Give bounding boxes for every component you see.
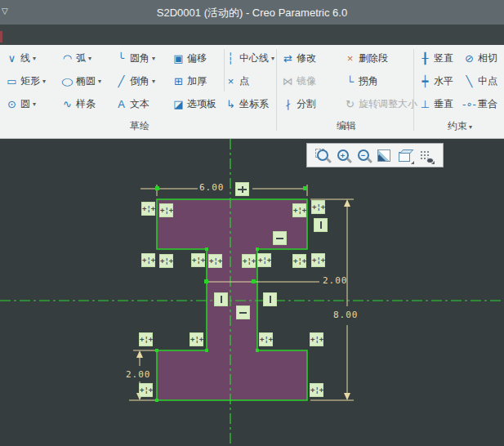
text-icon: A — [114, 98, 128, 110]
dropdown-arrow-icon[interactable]: ▾ — [98, 78, 101, 85]
ribbon-button-label: 拐角 — [359, 74, 378, 88]
ribbon-button-label: 圆 — [20, 97, 30, 111]
dropdown-arrow-icon[interactable]: ▾ — [152, 78, 155, 85]
csys-icon: ↳ — [224, 98, 238, 110]
constraint-badge-sym[interactable]: +¦+ — [257, 253, 271, 267]
dropdown-arrow-icon[interactable]: ▾ — [42, 78, 46, 85]
ribbon-button-mirror: ⋈镜像 — [279, 71, 341, 91]
constraint-badge-sym[interactable]: +¦+ — [159, 203, 173, 217]
constraint-badge-vertical[interactable] — [214, 292, 228, 306]
dropdown-arrow-icon[interactable]: ▾ — [88, 55, 91, 62]
dim-value-flange-thickness[interactable]: 2.00 — [126, 369, 151, 380]
ribbon-button-point[interactable]: ×点 — [222, 71, 276, 91]
constraint-badge-sym[interactable]: +¦+ — [141, 253, 155, 267]
ribbon-button-perpendicular[interactable]: ⊥垂直 — [417, 94, 461, 114]
constraint-badge-horizontal[interactable] — [273, 231, 287, 245]
ribbon-button-tangent[interactable]: ⊘相切 — [461, 48, 504, 68]
ibeam-section[interactable] — [157, 199, 307, 400]
constraint-badge-sym[interactable]: +¦+ — [141, 202, 155, 216]
ribbon-button-label: 点 — [239, 74, 249, 88]
constraint-badge-dim[interactable] — [235, 182, 249, 196]
constraint-badge-sym[interactable]: +¦+ — [310, 332, 323, 346]
constraint-badge-vertical[interactable] — [263, 292, 277, 306]
zoom-in-button[interactable]: + — [332, 145, 353, 165]
repaint-icon — [377, 149, 390, 162]
constraint-badge-horizontal[interactable] — [236, 306, 250, 319]
ribbon-button-corner[interactable]: └拐角 — [341, 71, 413, 91]
zoom-fit-icon — [317, 149, 328, 161]
zoom-fit-button[interactable] — [312, 145, 332, 165]
constraint-badge-sym[interactable]: +¦+ — [292, 203, 306, 217]
dim-handle[interactable] — [155, 186, 159, 190]
ribbon-button-label: 椭圆 — [76, 74, 96, 88]
dim-handle[interactable] — [252, 279, 256, 283]
ribbon-button-csys[interactable]: ↳坐标系 — [222, 94, 276, 114]
zoom-out-button[interactable]: − — [353, 145, 373, 165]
dim-handle[interactable] — [204, 279, 208, 283]
ribbon-button-offset[interactable]: ▣偏移 — [170, 48, 222, 68]
ribbon-button-centerline[interactable]: ┆中心线▾ — [222, 48, 276, 68]
ribbon-button-vertical-constraint[interactable]: ╂竖直 — [417, 48, 461, 68]
constraint-badge-sym[interactable]: +¦+ — [139, 332, 153, 346]
constraint-badge-sym[interactable]: +¦+ — [311, 253, 325, 267]
ribbon-button-label: 镜像 — [297, 74, 316, 88]
ribbon-button-ellipse[interactable]: ◯椭圆▾ — [59, 71, 113, 91]
ribbon-button-thicken[interactable]: ⊞加厚 — [170, 71, 222, 91]
ribbon-button-coincident[interactable]: -∘-重合 — [461, 94, 504, 114]
dim-value-total-height[interactable]: 8.00 — [333, 310, 359, 320]
ribbon-button-text[interactable]: A文本 — [113, 94, 170, 114]
ribbon-button-line[interactable]: ∨线▾ — [3, 48, 59, 68]
ribbon-button-horizontal-constraint[interactable]: ┿水平 — [417, 71, 461, 91]
zoom-out-icon: − — [358, 149, 369, 161]
dropdown-arrow-icon[interactable]: ▾ — [33, 100, 36, 108]
ribbon-button-chamfer[interactable]: ╱倒角▾ — [113, 71, 170, 91]
sketch-canvas[interactable]: 6.00 2.00 8.00 2.00 +− +¦++¦++¦++¦++¦++¦… — [0, 139, 504, 446]
ribbon-group-label[interactable]: 约束▾ — [417, 119, 503, 133]
constraint-badge-sym[interactable]: +¦+ — [139, 383, 153, 397]
constraint-badge-sym[interactable]: +¦+ — [311, 200, 325, 214]
split-icon: ∤ — [281, 98, 295, 110]
constraint-badge-sym[interactable]: +¦+ — [159, 254, 173, 268]
constraint-badge-sym[interactable]: +¦+ — [242, 254, 256, 268]
ribbon-button-label: 选项板 — [187, 97, 216, 111]
ribbon-button-palette[interactable]: ◪选项板 — [170, 94, 222, 114]
fillet-icon: ╰ — [114, 52, 128, 65]
ribbon-button-split[interactable]: ∤分割 — [279, 94, 341, 114]
repaint-button[interactable] — [373, 145, 394, 165]
ribbon-button-rotate-resize: ↻旋转调整大小 — [341, 94, 413, 114]
ribbon-button-circle[interactable]: ⊙圆▾ — [3, 94, 59, 114]
dim-value-web-width[interactable]: 2.00 — [323, 275, 348, 286]
ribbon-button-rectangle[interactable]: ▭矩形▾ — [3, 71, 59, 91]
constraint-badge-vertical[interactable] — [314, 218, 328, 232]
dropdown-arrow-icon[interactable]: ▾ — [271, 55, 274, 62]
ribbon-button-delete-segment[interactable]: ×删除段 — [341, 48, 413, 68]
ribbon-button-spline[interactable]: ∿样条 — [59, 94, 113, 114]
point-icon: × — [224, 75, 238, 87]
display-style-button[interactable] — [394, 145, 414, 165]
ribbon-button-label: 垂直 — [434, 97, 453, 111]
datum-display-button[interactable] — [414, 145, 435, 165]
view-toolbar: +− — [306, 143, 444, 167]
ribbon-button-modify[interactable]: ⇄修改 — [279, 48, 341, 68]
ribbon-button-label: 弧 — [76, 51, 86, 65]
constraint-badge-sym[interactable]: +¦+ — [208, 254, 222, 268]
dim-arrow — [344, 393, 350, 400]
ribbon-button-label: 竖直 — [434, 51, 453, 65]
window-title: S2D0001 (活动的) - Creo Parametric 6.0 — [0, 6, 504, 20]
menu-strip — [0, 25, 504, 45]
dim-value-flange-width[interactable]: 6.00 — [199, 182, 225, 193]
dropdown-arrow-icon[interactable]: ▾ — [33, 55, 36, 62]
constraint-badge-sym[interactable]: +¦+ — [190, 332, 203, 346]
midpoint-icon: ╲ — [462, 75, 476, 87]
ribbon-button-arc[interactable]: ◠弧▾ — [59, 48, 113, 68]
dropdown-arrow-icon[interactable]: ▾ — [152, 55, 155, 62]
constraint-badge-sym[interactable]: +¦+ — [191, 253, 205, 267]
ribbon-button-midpoint[interactable]: ╲中点 — [461, 71, 504, 91]
ribbon-button-fillet[interactable]: ╰圆角▾ — [113, 48, 170, 68]
modify-icon: ⇄ — [281, 52, 295, 65]
constraint-badge-sym[interactable]: +¦+ — [259, 332, 273, 346]
constraint-badge-sym[interactable]: +¦+ — [310, 383, 323, 397]
constraint-badge-sym[interactable]: +¦+ — [292, 254, 306, 268]
dim-handle[interactable] — [303, 186, 307, 190]
ribbon-button-label: 圆角 — [130, 51, 149, 65]
